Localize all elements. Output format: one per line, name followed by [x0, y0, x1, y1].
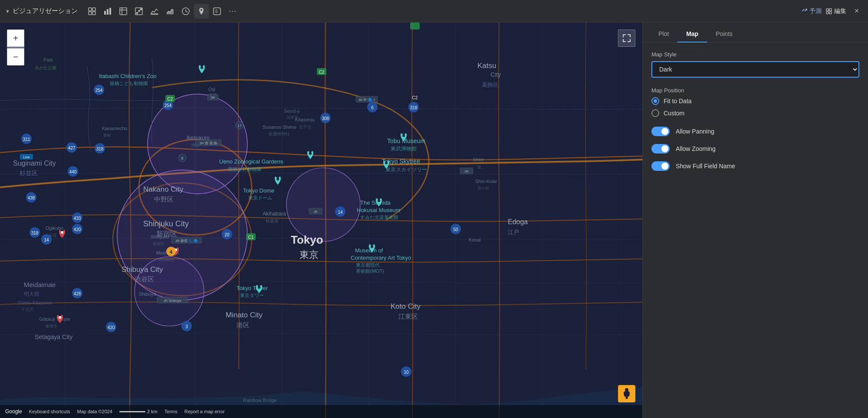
svg-line-19	[186, 11, 187, 12]
svg-text:港区: 港区	[237, 321, 250, 329]
svg-point-125	[41, 234, 52, 245]
table-icon-btn[interactable]	[85, 4, 99, 19]
map-area[interactable]: Park 光が丘公園 Suginami City 杉並区 Nakano City…	[0, 23, 642, 418]
svg-point-123	[30, 227, 40, 238]
scatter-icon-btn[interactable]	[132, 4, 146, 19]
allow-panning-switch[interactable]	[651, 127, 670, 136]
svg-text:Meidaimae: Meidaimae	[24, 281, 56, 288]
svg-text:Tokyo Dome: Tokyo Dome	[243, 187, 274, 194]
svg-rect-0	[89, 8, 92, 11]
tab-plot[interactable]: Plot	[650, 26, 677, 42]
svg-point-115	[68, 166, 78, 176]
map-expand-button[interactable]	[618, 29, 635, 47]
edit-button[interactable]: 編集	[826, 7, 846, 15]
svg-text:6: 6	[371, 105, 374, 110]
svg-text:Ogikubo: Ogikubo	[46, 225, 63, 231]
svg-text:420: 420	[74, 227, 81, 232]
allow-zooming-switch[interactable]	[651, 144, 670, 153]
svg-text:427: 427	[68, 146, 76, 150]
number-icon-btn[interactable]: 6	[210, 4, 224, 19]
svg-text:JR Shibuya: JR Shibuya	[164, 299, 181, 303]
keyboard-shortcuts[interactable]: Keyboard shortcuts	[29, 409, 70, 414]
toggle-allow-panning[interactable]: Allow Panning	[651, 127, 859, 136]
svg-point-131	[181, 321, 192, 331]
line-chart-icon-btn[interactable]	[147, 4, 162, 19]
tab-map[interactable]: Map	[677, 26, 707, 42]
svg-text:C2: C2	[319, 70, 325, 75]
area-chart-icon-btn[interactable]	[163, 4, 178, 19]
svg-rect-25	[826, 12, 829, 14]
zoom-out-button[interactable]: −	[7, 48, 24, 65]
svg-point-31	[117, 170, 247, 300]
svg-text:City: City	[490, 71, 501, 78]
svg-point-127	[72, 288, 82, 298]
svg-rect-157	[171, 237, 202, 243]
google-logo: Google	[5, 408, 22, 415]
allow-zooming-label: Allow Zooming	[676, 145, 716, 152]
svg-text:14: 14	[44, 238, 49, 242]
svg-rect-26	[829, 12, 832, 14]
svg-text:3: 3	[185, 324, 188, 329]
map-position-label: Map Position	[651, 87, 859, 94]
map-position-radio-group: Fit to Data Custom	[651, 97, 859, 117]
svg-point-111	[21, 134, 32, 144]
svg-text:Museum of: Museum of	[355, 247, 383, 254]
predict-button[interactable]: 予測	[801, 7, 822, 15]
show-full-field-name-switch[interactable]	[651, 161, 670, 171]
toggle-allow-zooming[interactable]: Allow Zooming	[651, 144, 859, 153]
svg-rect-27	[0, 23, 642, 418]
svg-point-180	[166, 247, 176, 256]
svg-text:東武博物館: 東武博物館	[391, 146, 417, 152]
allow-panning-label: Allow Panning	[676, 128, 714, 135]
map-style-select[interactable]: Dark Light Satellite Terrain Standard	[651, 61, 859, 78]
svg-text:C1: C1	[248, 235, 254, 240]
radio-fit-to-data-label: Fit to Data	[664, 98, 692, 104]
svg-text:明大前: 明大前	[24, 291, 39, 297]
zoom-in-button[interactable]: +	[7, 29, 24, 47]
clock-icon-btn[interactable]	[178, 4, 193, 19]
svg-text:440: 440	[69, 170, 77, 174]
svg-point-177	[174, 248, 177, 251]
pivot-icon-btn[interactable]	[116, 4, 131, 19]
svg-rect-6	[109, 8, 111, 15]
report-error-link[interactable]: Report a map error	[184, 409, 225, 414]
svg-point-14	[140, 8, 141, 10]
map-style-section: Map Style Dark Light Satellite Terrain S…	[651, 51, 859, 78]
svg-point-107	[163, 100, 173, 110]
svg-text:Shinjuku City: Shinjuku City	[143, 219, 189, 228]
toolbar-right: 予測 編集 ×	[801, 5, 863, 17]
map-background: Park 光が丘公園 Suginami City 杉並区 Nakano City…	[0, 23, 642, 418]
terms-link[interactable]: Terms	[164, 409, 178, 414]
svg-text:Ikebukuro: Ikebukuro	[187, 135, 210, 141]
svg-rect-163	[207, 94, 218, 100]
svg-point-119	[72, 212, 82, 223]
map-data-label: Map data ©2024	[77, 409, 112, 414]
svg-text:新宿区: 新宿区	[156, 230, 177, 238]
radio-custom-label: Custom	[664, 110, 684, 117]
svg-text:Sensō-ji: Sensō-ji	[284, 109, 299, 114]
svg-text:明治神宮: 明治神宮	[158, 258, 174, 262]
bar-chart-icon-btn[interactable]	[100, 4, 115, 19]
pin-icon-btn[interactable]	[194, 4, 209, 19]
svg-text:318: 318	[31, 231, 39, 235]
svg-rect-7	[120, 8, 127, 15]
svg-point-176	[371, 245, 373, 248]
toggle-show-full-field-name[interactable]: Show Full Field Name	[651, 161, 859, 171]
radio-fit-to-data[interactable]: Fit to Data	[651, 97, 859, 105]
scale-line	[119, 411, 145, 412]
svg-text:Minato City: Minato City	[226, 311, 263, 319]
street-view-button[interactable]	[618, 385, 635, 402]
svg-point-129	[106, 322, 116, 332]
svg-text:江東区: 江東区	[398, 313, 418, 320]
svg-point-145	[401, 366, 411, 377]
radio-custom[interactable]: Custom	[651, 109, 859, 117]
svg-text:Kasai: Kasai	[469, 237, 481, 242]
close-button[interactable]: ×	[851, 5, 863, 17]
more-icon-btn[interactable]: ···	[225, 4, 240, 19]
tab-points[interactable]: Points	[707, 26, 741, 42]
map-style-label: Map Style	[651, 51, 859, 58]
svg-point-32	[135, 257, 204, 326]
svg-text:池袋: 池袋	[191, 143, 200, 147]
svg-text:8: 8	[181, 156, 183, 160]
svg-point-169	[201, 66, 203, 69]
